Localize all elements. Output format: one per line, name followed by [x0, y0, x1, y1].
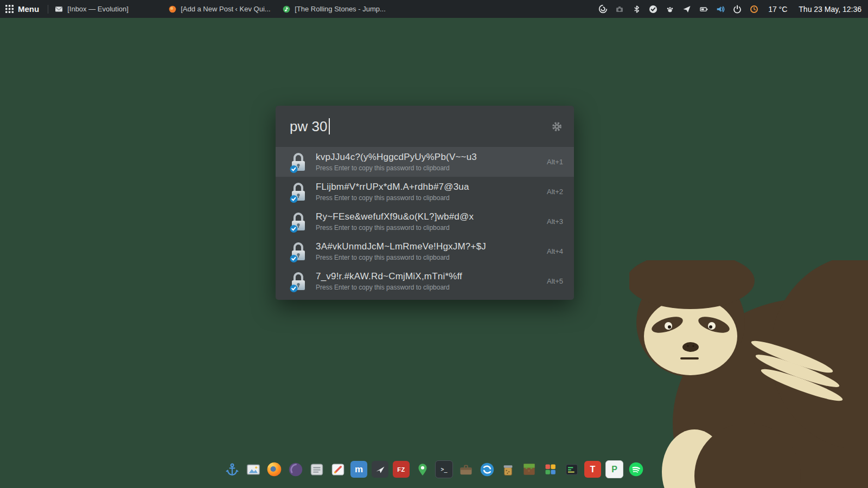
dock-item-briefcase[interactable]	[457, 461, 474, 478]
dock-item-typora[interactable]: T	[584, 461, 601, 478]
paper-plane-icon	[374, 463, 387, 476]
dock-glyph: >_	[441, 466, 447, 472]
dock-item-filezilla[interactable]: FZ	[393, 461, 410, 478]
result-row[interactable]: Ry~FEse&wefufXf9u&o(KL?]wb#d@x Press Ent…	[276, 207, 574, 236]
dock-item-sync[interactable]	[478, 461, 495, 478]
password-lock-icon	[289, 270, 308, 293]
result-shortcut: Alt+1	[547, 158, 563, 166]
dock-item-anchor[interactable]	[224, 461, 240, 478]
settings-gear-icon[interactable]	[552, 121, 562, 132]
taskbar-window-browser[interactable]: [Add a New Post ‹ Kev Qui...	[165, 0, 279, 18]
anchor-icon	[225, 463, 239, 477]
weather-temperature[interactable]: 17 °C	[768, 5, 787, 14]
dock-glyph: m	[355, 465, 363, 474]
result-shortcut: Alt+4	[547, 247, 563, 255]
power-icon[interactable]	[732, 4, 742, 14]
jar-icon	[501, 462, 515, 477]
dock-item-media-player[interactable]	[287, 461, 304, 478]
minecraft-grass-icon	[522, 462, 537, 477]
panel-clock[interactable]: Thu 23 May, 12:36	[799, 5, 861, 14]
launcher-window: pw 30 kvpJJu4c?(y%HggcdPyUy%Pb(V~~u3 Pre…	[276, 106, 574, 300]
photos-icon	[246, 462, 261, 477]
result-shortcut: Alt+3	[547, 217, 563, 226]
result-password: Ry~FEse&wefufXf9u&o(KL?]wb#d@x	[316, 211, 474, 222]
firefox-icon	[266, 461, 282, 477]
result-text: 7_v9!r.#kAW.Rd~CmjMiX,mTni*%ff Press Ent…	[316, 271, 462, 291]
map-pin-icon	[416, 463, 430, 477]
app-grid-icon	[5, 5, 14, 13]
taskbar-window-label: [The Rolling Stones - Jump...	[295, 5, 386, 13]
password-lock-icon	[289, 181, 308, 203]
desktop: { "panel": { "menu_label": "Menu", "wind…	[0, 0, 868, 488]
dock-item-publisher[interactable]: P	[605, 460, 623, 478]
taskbar-window-evolution[interactable]: [Inbox — Evolution]	[52, 0, 165, 18]
search-query-text: pw 30	[290, 118, 327, 135]
console-icon	[564, 462, 579, 477]
music-icon	[283, 5, 290, 13]
send-plane-icon[interactable]	[682, 4, 692, 14]
dock-item-photos[interactable]	[245, 461, 261, 478]
bluetooth-icon[interactable]	[631, 4, 641, 14]
spiral-icon[interactable]	[598, 4, 608, 14]
result-password: kvpJJu4c?(y%HggcdPyUy%Pb(V~~u3	[316, 152, 477, 163]
dock-item-spotify[interactable]	[628, 461, 644, 478]
briefcase-icon	[458, 462, 474, 477]
spotify-icon	[628, 461, 644, 477]
screenshot-icon[interactable]	[615, 4, 624, 14]
result-row[interactable]: FLijbm#V*rrUPx*dM.A+rdhb#7@3ua Press Ent…	[276, 177, 574, 207]
volume-icon[interactable]	[716, 4, 725, 14]
dock-item-terminal[interactable]: >_	[435, 460, 453, 478]
browser-icon	[169, 5, 176, 13]
menu-label: Menu	[18, 4, 39, 14]
top-panel: Menu [Inbox — Evolution] [Add a New Post…	[0, 0, 868, 18]
result-subtitle: Press Enter to copy this password to cli…	[316, 284, 462, 291]
notes-pencil-icon	[330, 462, 346, 477]
result-password: 3A#vkUnmdJcM~LmRmeVe!HgxJM?+$J	[316, 241, 486, 252]
dock-item-jar[interactable]	[500, 461, 516, 478]
taskbar-window-label: [Add a New Post ‹ Kev Qui...	[181, 5, 270, 13]
dock-item-notes[interactable]	[329, 461, 346, 478]
dock: m FZ >_ T P	[224, 460, 644, 478]
result-password: 7_v9!r.#kAW.Rd~CmjMiX,mTni*%ff	[316, 271, 462, 282]
dock-item-maps[interactable]	[414, 461, 431, 478]
result-subtitle: Press Enter to copy this password to cli…	[316, 224, 474, 232]
text-editor-icon	[309, 462, 324, 477]
text-caret	[329, 118, 330, 134]
menu-button[interactable]: Menu	[0, 0, 44, 18]
result-shortcut: Alt+5	[547, 277, 563, 285]
result-row[interactable]: 7_v9!r.#kAW.Rd~CmjMiX,mTni*%ff Press Ent…	[276, 266, 574, 296]
system-tray: 17 °C Thu 23 May, 12:36	[598, 4, 868, 14]
taskbar-window-music[interactable]: [The Rolling Stones - Jump...	[279, 0, 393, 18]
updates-check-icon[interactable]	[648, 4, 658, 14]
result-text: 3A#vkUnmdJcM~LmRmeVe!HgxJM?+$J Press Ent…	[316, 241, 486, 261]
result-row[interactable]: 3A#vkUnmdJcM~LmRmeVe!HgxJM?+$J Press Ent…	[276, 236, 574, 266]
search-input[interactable]: pw 30	[276, 106, 574, 147]
result-subtitle: Press Enter to copy this password to cli…	[316, 164, 477, 172]
result-password: FLijbm#V*rrUPx*dM.A+rdhb#7@3ua	[316, 182, 469, 192]
dock-item-console[interactable]	[563, 461, 580, 478]
dock-glyph: P	[611, 465, 617, 474]
taskbar-window-label: [Inbox — Evolution]	[67, 5, 129, 13]
timer-icon[interactable]	[749, 4, 759, 14]
paw-icon[interactable]	[665, 4, 675, 14]
result-row[interactable]: kvpJJu4c?(y%HggcdPyUy%Pb(V~~u3 Press Ent…	[276, 147, 574, 177]
dock-item-text-editor[interactable]	[308, 461, 325, 478]
result-subtitle: Press Enter to copy this password to cli…	[316, 194, 469, 202]
wallpaper-sloth-illustration	[629, 260, 868, 488]
dock-item-app-grid[interactable]	[542, 461, 559, 478]
battery-icon[interactable]	[699, 4, 709, 14]
sync-swirl-icon	[480, 462, 495, 477]
dock-item-minecraft[interactable]	[521, 461, 538, 478]
password-lock-icon	[289, 210, 308, 233]
result-text: FLijbm#V*rrUPx*dM.A+rdhb#7@3ua Press Ent…	[316, 182, 469, 202]
result-subtitle: Press Enter to copy this password to cli…	[316, 254, 486, 261]
result-text: Ry~FEse&wefufXf9u&o(KL?]wb#d@x Press Ent…	[316, 211, 474, 232]
dock-item-firefox[interactable]	[266, 461, 283, 478]
mail-icon	[55, 5, 63, 12]
password-lock-icon	[289, 240, 308, 263]
dock-item-paper-plane[interactable]	[372, 461, 388, 478]
dock-item-mastodon[interactable]: m	[350, 461, 367, 478]
results-list: kvpJJu4c?(y%HggcdPyUy%Pb(V~~u3 Press Ent…	[276, 147, 574, 296]
colored-grid-icon	[543, 462, 558, 477]
media-player-icon	[288, 462, 303, 477]
